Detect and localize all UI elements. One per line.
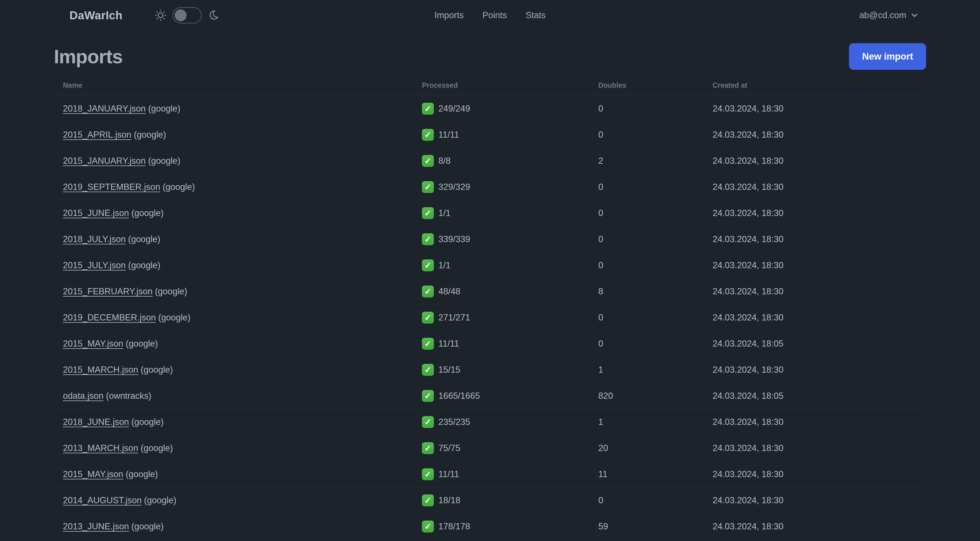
doubles-count: 1 bbox=[598, 417, 713, 427]
processed-cell: ✓339/339 bbox=[422, 233, 598, 245]
import-name-cell: 2019_DECEMBER.json (google) bbox=[54, 313, 422, 323]
new-import-button[interactable]: New import bbox=[849, 43, 926, 70]
processed-count: 18/18 bbox=[438, 495, 460, 506]
check-icon: ✓ bbox=[422, 520, 434, 533]
import-file-link[interactable]: 2015_MAY.json bbox=[63, 469, 123, 479]
import-file-link[interactable]: 2015_MAY.json bbox=[63, 338, 123, 349]
doubles-count: 59 bbox=[598, 522, 713, 531]
created-at: 24.03.2024, 18:30 bbox=[713, 234, 926, 244]
import-file-link[interactable]: 2015_FEBRUARY.json bbox=[63, 286, 153, 296]
import-file-link[interactable]: 2015_JULY.json bbox=[63, 260, 126, 270]
processed-cell: ✓75/75 bbox=[422, 442, 598, 454]
table-row: 2015_JUNE.json (google)✓1/1024.03.2024, … bbox=[54, 200, 926, 227]
import-file-link[interactable]: 2019_DECEMBER.json bbox=[63, 313, 156, 322]
table-row: 2014_AUGUST.json (google)✓18/18024.03.20… bbox=[54, 488, 926, 514]
user-email: ab@cd.com bbox=[859, 10, 906, 21]
doubles-count: 0 bbox=[598, 313, 713, 323]
import-file-link[interactable]: 2018_JANUARY.json bbox=[63, 104, 146, 113]
table-row: 2015_APRIL.json (google)✓11/11024.03.202… bbox=[54, 122, 926, 148]
processed-count: 235/235 bbox=[438, 417, 470, 427]
page-head: Imports New import bbox=[0, 43, 980, 70]
doubles-count: 820 bbox=[598, 391, 713, 401]
import-source: (google) bbox=[123, 338, 158, 349]
import-file-link[interactable]: 2015_APRIL.json bbox=[63, 130, 131, 140]
doubles-count: 0 bbox=[598, 234, 713, 244]
check-icon: ✓ bbox=[422, 103, 434, 115]
processed-count: 11/11 bbox=[438, 338, 459, 349]
import-name-cell: 2013_MARCH.json (google) bbox=[54, 443, 422, 453]
processed-count: 178/178 bbox=[438, 522, 470, 531]
nav-link-imports[interactable]: Imports bbox=[434, 10, 464, 21]
import-file-link[interactable]: 2015_JANUARY.json bbox=[63, 156, 146, 166]
doubles-count: 11 bbox=[598, 469, 713, 479]
import-name-cell: odata.json (owntracks) bbox=[54, 391, 422, 401]
processed-cell: ✓11/11 bbox=[422, 129, 598, 141]
import-name-cell: 2018_JULY.json (google) bbox=[54, 234, 422, 244]
column-header-doubles: Doubles bbox=[598, 81, 713, 89]
import-source: (owntracks) bbox=[103, 391, 151, 401]
doubles-count: 0 bbox=[598, 495, 713, 506]
import-file-link[interactable]: 2018_JULY.json bbox=[63, 234, 126, 244]
doubles-count: 20 bbox=[598, 443, 713, 453]
import-name-cell: 2015_APRIL.json (google) bbox=[54, 130, 422, 140]
import-source: (google) bbox=[123, 469, 158, 479]
processed-cell: ✓249/249 bbox=[422, 103, 598, 115]
doubles-count: 1 bbox=[598, 365, 713, 375]
created-at: 24.03.2024, 18:05 bbox=[713, 338, 926, 349]
doubles-count: 0 bbox=[598, 130, 713, 140]
processed-count: 11/11 bbox=[438, 469, 459, 479]
import-file-link[interactable]: 2015_MARCH.json bbox=[63, 365, 138, 375]
table-row-partial: ✓ bbox=[54, 540, 926, 541]
created-at: 24.03.2024, 18:30 bbox=[713, 260, 926, 270]
user-menu[interactable]: ab@cd.com bbox=[859, 10, 919, 21]
processed-count: 48/48 bbox=[438, 286, 460, 297]
theme-toggle-switch[interactable] bbox=[172, 7, 202, 24]
import-source: (google) bbox=[138, 443, 173, 453]
check-icon: ✓ bbox=[422, 129, 434, 141]
import-file-link[interactable]: 2018_JUNE.json bbox=[63, 417, 129, 427]
import-file-link[interactable]: 2013_MARCH.json bbox=[63, 443, 138, 453]
import-name-cell: 2019_SEPTEMBER.json (google) bbox=[54, 182, 422, 192]
toggle-knob bbox=[175, 10, 186, 21]
processed-cell: ✓48/48 bbox=[422, 286, 598, 297]
doubles-count: 0 bbox=[598, 182, 713, 192]
import-source: (google) bbox=[153, 286, 187, 296]
created-at: 24.03.2024, 18:30 bbox=[713, 495, 926, 506]
import-file-link[interactable]: 2013_JUNE.json bbox=[63, 522, 129, 531]
processed-count: 271/271 bbox=[438, 313, 470, 323]
import-name-cell: 2015_FEBRUARY.json (google) bbox=[54, 286, 422, 297]
processed-count: 1/1 bbox=[438, 208, 450, 218]
import-source: (google) bbox=[160, 182, 195, 192]
import-file-link[interactable]: odata.json bbox=[63, 391, 103, 401]
doubles-count: 0 bbox=[598, 338, 713, 349]
processed-count: 11/11 bbox=[438, 130, 459, 140]
table-row: 2013_MARCH.json (google)✓75/752024.03.20… bbox=[54, 436, 926, 461]
import-source: (google) bbox=[129, 417, 164, 427]
import-file-link[interactable]: 2015_JUNE.json bbox=[63, 208, 129, 218]
processed-count: 75/75 bbox=[438, 443, 460, 453]
created-at: 24.03.2024, 18:30 bbox=[713, 522, 926, 531]
nav-link-stats[interactable]: Stats bbox=[525, 10, 546, 21]
table-header-row: NameProcessedDoublesCreated at bbox=[54, 75, 926, 96]
theme-toggle-group bbox=[154, 7, 220, 24]
table-row: 2015_MARCH.json (google)✓15/15124.03.202… bbox=[54, 357, 926, 383]
import-name-cell: 2015_MAY.json (google) bbox=[54, 338, 422, 349]
check-icon: ✓ bbox=[422, 259, 434, 271]
check-icon: ✓ bbox=[422, 390, 434, 402]
import-file-link[interactable]: 2019_SEPTEMBER.json bbox=[63, 182, 160, 192]
import-file-link[interactable]: 2014_AUGUST.json bbox=[63, 495, 142, 505]
processed-cell: ✓178/178 bbox=[422, 520, 598, 533]
processed-count: 8/8 bbox=[438, 156, 450, 166]
nav-link-points[interactable]: Points bbox=[482, 10, 507, 21]
import-name-cell: 2018_JUNE.json (google) bbox=[54, 417, 422, 427]
check-icon: ✓ bbox=[422, 364, 434, 376]
created-at: 24.03.2024, 18:30 bbox=[713, 469, 926, 479]
check-icon: ✓ bbox=[422, 207, 434, 219]
created-at: 24.03.2024, 18:30 bbox=[713, 417, 926, 427]
import-name-cell: 2015_JUNE.json (google) bbox=[54, 208, 422, 218]
created-at: 24.03.2024, 18:30 bbox=[713, 286, 926, 297]
app-logo[interactable]: DaWarIch bbox=[70, 9, 123, 22]
imports-table-body: 2018_JANUARY.json (google)✓249/249024.03… bbox=[54, 96, 926, 541]
created-at: 24.03.2024, 18:30 bbox=[713, 313, 926, 323]
import-source: (google) bbox=[126, 260, 160, 270]
